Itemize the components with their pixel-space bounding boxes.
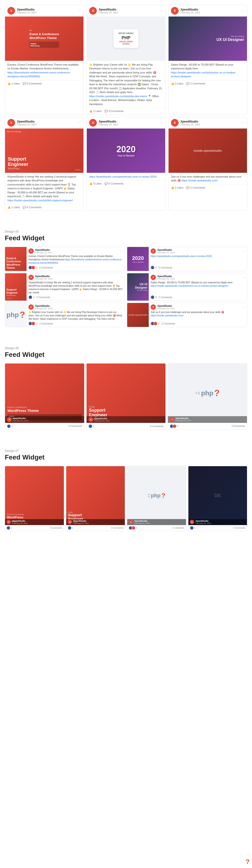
fw05-date-6: February 20, 2021 <box>157 307 241 310</box>
likes-3[interactable]: 👍 0 Likes <box>171 82 183 85</box>
post-image-6: inside.xpeedstudio <box>169 128 247 173</box>
comments-3[interactable]: 💬 2 Comments <box>186 82 205 85</box>
fw06-card-2: Hiring SupportEngineer WordPress X Xpeed… <box>86 363 166 430</box>
fw07-img-1: Event & Conference WordPressTheme <box>5 466 64 525</box>
fw07-comments-3[interactable]: 3 Comments <box>172 527 184 529</box>
fw05-meta-4: XpeedStudio February 20, 2021 <box>157 275 241 280</box>
fw05-menu-2[interactable]: ··· <box>242 249 245 253</box>
fw07-overlay-3: X XpeedStudio February 20, 2021 <box>127 519 186 525</box>
fw05-text-3: #XpeedStudio is hiring! We are seeking 2… <box>29 281 123 294</box>
fw06-card-1: Event & Conference WordPress Theme Digit… <box>5 363 84 430</box>
fw06-comments-2[interactable]: 0 Comments <box>150 425 164 428</box>
fw05-menu-3[interactable]: ··· <box>120 275 123 279</box>
fw05-comments-5[interactable]: 3 Comments <box>39 322 53 325</box>
fw05-like-avatars-4 <box>151 295 153 299</box>
fw05-footer-3: 1 0 Comments <box>29 295 123 299</box>
fw07-meta-3: XpeedStudio February 20, 2021 <box>134 520 185 524</box>
likes-5[interactable]: 👍 0 Likes <box>89 182 102 185</box>
comments-2[interactable]: 💬 3 Comments <box>105 110 123 113</box>
fw05-likes-6[interactable]: 2 <box>158 322 160 325</box>
fw07-comments-4[interactable]: 0 Comments <box>233 527 246 529</box>
fw05-card-4: UX UIDesigner We Are Hiring X XpeedStudi… <box>127 273 247 301</box>
fw05-menu-5[interactable]: ··· <box>120 305 123 309</box>
comments-5[interactable]: 💬 0 Comments <box>105 182 123 185</box>
fw05-likes-5[interactable]: 2 <box>36 322 38 325</box>
post-footer-5: 👍 0 Likes 💬 0 Comments <box>87 181 165 187</box>
fw06-avatar-2: X <box>88 417 93 422</box>
post-menu-6[interactable]: ··· <box>242 121 245 125</box>
fw05-likes-1[interactable]: 0 <box>36 266 38 269</box>
fw05-content-6: X XpeedStudio February 20, 2021 ··· Join… <box>149 303 247 327</box>
fw05-author-1: XpeedStudio <box>35 249 118 251</box>
fw05-comments-4[interactable]: 2 Comments <box>159 296 172 299</box>
fw06-likes-3[interactable]: 2 <box>177 425 178 427</box>
fw05-comments-1[interactable]: 0 Comments <box>39 266 53 269</box>
fw05-img-5: php? <box>5 303 27 327</box>
fw05-comments-3[interactable]: 0 Comments <box>37 296 50 299</box>
post-card-3: X XpeedStudio February 20, 2021 ··· We A… <box>168 5 247 114</box>
fw05-likes-3[interactable]: 1 <box>33 296 35 299</box>
fw07-date-1: February 20, 2021 <box>12 522 62 524</box>
fw07-comments-2[interactable]: 0 Comments <box>111 527 123 529</box>
fw06-likes-1[interactable]: 1 <box>11 425 13 427</box>
post-card-4: X XpeedStudio February 20, 2021 ··· We A… <box>5 117 84 211</box>
avatar-1: X <box>7 7 15 14</box>
fw07-av-blue-1 <box>6 526 10 530</box>
post-card-1: X XpeedStudio February 20, 2021 ··· ex E… <box>5 5 84 114</box>
fw05-text-6: Join us if you love challenges and are p… <box>151 311 245 317</box>
fw06-grid: Event & Conference WordPress Theme Digit… <box>5 363 247 430</box>
fw07-img-area-1: Event & Conference WordPressTheme X Xpee… <box>5 466 64 525</box>
post-menu-5[interactable]: ··· <box>160 121 163 125</box>
likes-4[interactable]: 👍 1 Likes <box>7 206 20 209</box>
fw05-comments-6[interactable]: 2 Comments <box>161 322 175 325</box>
section-07-title: Feed Widget <box>5 454 247 461</box>
fw07-overlay-1: X XpeedStudio February 20, 2021 <box>5 519 64 525</box>
fw06-likes-2[interactable]: 1 <box>93 425 94 428</box>
feed-widget-06: Event & Conference WordPress Theme Digit… <box>0 363 252 439</box>
fw06-footer-2: 1 0 Comments <box>86 423 166 430</box>
fw06-footer-left-2: 1 <box>88 424 149 428</box>
fw05-likes-2[interactable]: 0 <box>155 266 157 269</box>
post-meta-1: XpeedStudio February 20, 2021 <box>17 8 76 14</box>
post-menu-4[interactable]: ··· <box>78 121 81 125</box>
post-menu-3[interactable]: ··· <box>242 9 245 13</box>
fw06-avatar-1: X <box>7 417 12 422</box>
fw05-avatar-6: X <box>151 304 156 310</box>
fw06-av-blue-1 <box>7 424 11 428</box>
fw05-menu-1[interactable]: ··· <box>120 249 123 253</box>
fw06-footer-1: 1 0 Comments <box>5 423 84 430</box>
fw07-meta-2: XpeedStudio February 20, 2021 <box>73 520 123 524</box>
fw06-author-2: XpeedStudio <box>94 417 110 420</box>
fw07-likes-1[interactable]: 1 <box>11 527 12 529</box>
date-6: February 20, 2021 <box>181 123 240 126</box>
likes-2[interactable]: 👍 2 Likes <box>89 110 102 113</box>
fw05-likes-4[interactable]: 0 <box>155 296 157 299</box>
post-menu-1[interactable]: ··· <box>78 9 81 13</box>
fw07-likes-4[interactable]: 0 <box>194 527 195 529</box>
fw06-comments-1[interactable]: 0 Comments <box>69 425 82 427</box>
post-text-2: 🌟 Brighten your Career with Us 🌟 We are … <box>87 61 165 108</box>
post-menu-2[interactable]: ··· <box>160 9 163 13</box>
fw05-thumb-2: 2020 Year in Review <box>127 247 149 271</box>
post-text-5: https://xpeedstudio.com/xpeedstudio-year… <box>87 173 165 181</box>
fw05-avatar-2: X <box>151 248 156 254</box>
fw07-comments-1[interactable]: 0 Comments <box>50 527 62 529</box>
comments-6[interactable]: 💬 2 Comments <box>186 186 205 189</box>
fw05-menu-4[interactable]: ··· <box>242 275 245 279</box>
comments-1[interactable]: 💬 0 Comments <box>23 82 42 85</box>
fw05-card-1: Event & ConferenceWordPress Theme X Xpee… <box>5 247 125 271</box>
fw05-avatar-3: X <box>29 275 34 280</box>
fw05-footer-2: 0 0 Comments <box>151 266 245 270</box>
fw05-menu-6[interactable]: ··· <box>242 305 245 309</box>
fw05-footer-4: 0 2 Comments <box>151 295 245 299</box>
fw06-like-av-1 <box>7 424 10 428</box>
fw05-img-4: UX UIDesigner We Are Hiring <box>127 273 149 301</box>
fw07-likes-3[interactable]: 2 <box>136 527 137 529</box>
fw06-comments-3[interactable]: 3 Comments <box>231 425 245 427</box>
likes-6[interactable]: 👍 2 Likes <box>171 186 183 189</box>
comments-4[interactable]: 💬 0 Comments <box>23 206 42 209</box>
fw05-card-5: php? X XpeedStudio February 20, 2021 ···… <box>5 303 125 327</box>
fw05-comments-2[interactable]: 0 Comments <box>159 266 172 269</box>
likes-1[interactable]: 👍 1 Likes <box>7 82 20 85</box>
fw07-likes-2[interactable]: 1 <box>72 527 73 529</box>
